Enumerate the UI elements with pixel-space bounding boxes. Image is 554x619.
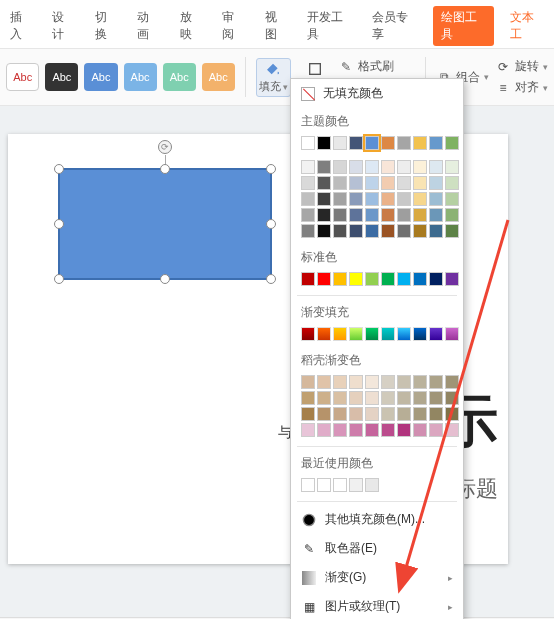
gradient-swatch[interactable]: [301, 407, 315, 421]
gradient-swatch[interactable]: [317, 423, 331, 437]
color-swatch[interactable]: [317, 160, 331, 174]
gradient-swatch[interactable]: [429, 375, 443, 389]
color-swatch[interactable]: [365, 192, 379, 206]
align-btn[interactable]: ≡ 对齐 ▾: [495, 79, 548, 96]
gradient-swatch[interactable]: [365, 391, 379, 405]
rotate-btn[interactable]: ⟳ 旋转 ▾: [495, 58, 548, 75]
color-swatch[interactable]: [397, 272, 411, 286]
color-swatch[interactable]: [333, 208, 347, 222]
color-swatch[interactable]: [349, 478, 363, 492]
color-swatch[interactable]: [365, 224, 379, 238]
color-swatch[interactable]: [333, 272, 347, 286]
color-swatch[interactable]: [349, 272, 363, 286]
color-swatch[interactable]: [429, 176, 443, 190]
color-swatch[interactable]: [333, 136, 347, 150]
shape-style-2[interactable]: Abc: [45, 63, 78, 91]
no-fill-option[interactable]: 无填充颜色: [291, 79, 463, 108]
gradient-swatch[interactable]: [397, 327, 411, 341]
resize-handle-r[interactable]: [266, 219, 276, 229]
color-swatch[interactable]: [429, 272, 443, 286]
color-swatch[interactable]: [381, 208, 395, 222]
color-swatch[interactable]: [381, 272, 395, 286]
color-swatch[interactable]: [365, 208, 379, 222]
color-swatch[interactable]: [381, 192, 395, 206]
tab-view[interactable]: 视图: [261, 7, 291, 45]
gradient-swatch[interactable]: [381, 327, 395, 341]
color-swatch[interactable]: [301, 176, 315, 190]
gradient-swatch[interactable]: [317, 391, 331, 405]
color-swatch[interactable]: [429, 224, 443, 238]
color-swatch[interactable]: [301, 272, 315, 286]
color-swatch[interactable]: [445, 272, 459, 286]
gradient-swatch[interactable]: [429, 423, 443, 437]
color-swatch[interactable]: [413, 208, 427, 222]
color-swatch[interactable]: [317, 478, 331, 492]
color-swatch[interactable]: [445, 136, 459, 150]
gradient-swatch[interactable]: [445, 391, 459, 405]
color-swatch[interactable]: [413, 224, 427, 238]
color-swatch[interactable]: [317, 136, 331, 150]
more-colors-option[interactable]: 其他填充颜色(M)...: [291, 505, 463, 534]
texture-option[interactable]: ▦ 图片或纹理(T) ▸: [291, 592, 463, 619]
gradient-swatch[interactable]: [413, 407, 427, 421]
gradient-swatch[interactable]: [413, 375, 427, 389]
color-swatch[interactable]: [397, 136, 411, 150]
color-swatch[interactable]: [349, 192, 363, 206]
color-swatch[interactable]: [317, 224, 331, 238]
gradient-swatch[interactable]: [317, 375, 331, 389]
gradient-swatch[interactable]: [445, 327, 459, 341]
color-swatch[interactable]: [445, 192, 459, 206]
color-swatch[interactable]: [397, 224, 411, 238]
color-swatch[interactable]: [317, 208, 331, 222]
gradient-swatch[interactable]: [413, 423, 427, 437]
color-swatch[interactable]: [349, 176, 363, 190]
color-swatch[interactable]: [381, 136, 395, 150]
fill-dropdown[interactable]: 填充 ▾: [256, 58, 292, 97]
gradient-swatch[interactable]: [397, 407, 411, 421]
gradient-option[interactable]: 渐变(G) ▸: [291, 563, 463, 592]
gradient-swatch[interactable]: [429, 391, 443, 405]
color-swatch[interactable]: [349, 224, 363, 238]
color-swatch[interactable]: [381, 176, 395, 190]
tab-slideshow[interactable]: 放映: [176, 7, 206, 45]
gradient-swatch[interactable]: [445, 423, 459, 437]
gradient-swatch[interactable]: [365, 375, 379, 389]
tab-review[interactable]: 审阅: [218, 7, 248, 45]
gradient-swatch[interactable]: [349, 423, 363, 437]
gradient-swatch[interactable]: [349, 327, 363, 341]
resize-handle-br[interactable]: [266, 274, 276, 284]
color-swatch[interactable]: [413, 160, 427, 174]
color-swatch[interactable]: [365, 136, 379, 150]
resize-handle-t[interactable]: [160, 164, 170, 174]
resize-handle-l[interactable]: [54, 219, 64, 229]
gradient-swatch[interactable]: [429, 327, 443, 341]
gradient-swatch[interactable]: [445, 407, 459, 421]
gradient-swatch[interactable]: [365, 327, 379, 341]
format-painter[interactable]: ✎ 格式刷: [338, 58, 415, 75]
eyedropper-option[interactable]: ✎ 取色器(E): [291, 534, 463, 563]
color-swatch[interactable]: [429, 208, 443, 222]
gradient-swatch[interactable]: [365, 423, 379, 437]
gradient-swatch[interactable]: [301, 327, 315, 341]
tab-animation[interactable]: 动画: [133, 7, 163, 45]
color-swatch[interactable]: [365, 478, 379, 492]
color-swatch[interactable]: [365, 160, 379, 174]
tab-vip[interactable]: 会员专享: [368, 7, 421, 45]
color-swatch[interactable]: [333, 224, 347, 238]
gradient-swatch[interactable]: [429, 407, 443, 421]
gradient-swatch[interactable]: [397, 375, 411, 389]
resize-handle-b[interactable]: [160, 274, 170, 284]
gradient-swatch[interactable]: [333, 375, 347, 389]
tab-drawing-tools[interactable]: 绘图工具: [433, 6, 494, 46]
color-swatch[interactable]: [301, 136, 315, 150]
gradient-swatch[interactable]: [301, 391, 315, 405]
tab-transition[interactable]: 切换: [91, 7, 121, 45]
color-swatch[interactable]: [429, 136, 443, 150]
gradient-swatch[interactable]: [349, 375, 363, 389]
color-swatch[interactable]: [445, 160, 459, 174]
tab-design[interactable]: 设计: [48, 7, 78, 45]
gradient-swatch[interactable]: [333, 327, 347, 341]
color-swatch[interactable]: [333, 192, 347, 206]
color-swatch[interactable]: [365, 272, 379, 286]
tab-dev[interactable]: 开发工具: [303, 7, 356, 45]
